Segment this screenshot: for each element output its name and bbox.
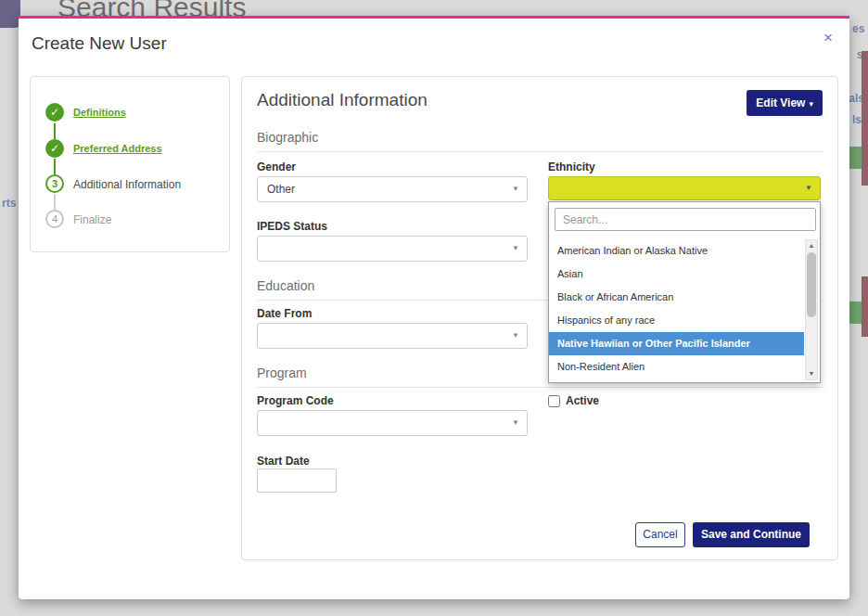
step-number-badge: 4 — [45, 210, 64, 228]
dropdown-option[interactable]: Black or African American — [549, 286, 804, 309]
dropdown-search-input[interactable] — [555, 208, 816, 231]
wizard-stepper: ✓ Definitions ✓ Preferred Address 3 Addi… — [30, 76, 230, 252]
stepper-item-finalize: Finalize — [73, 213, 111, 226]
scrollbar[interactable]: ▲ ▼ — [805, 239, 818, 380]
program-code-select[interactable]: ▼ — [257, 410, 528, 436]
ethnicity-label: Ethnicity — [548, 160, 595, 173]
step-number-badge: 3 — [45, 174, 64, 193]
dropdown-option[interactable]: American Indian or Alaska Native — [549, 239, 804, 263]
chevron-down-icon: ▼ — [512, 411, 519, 435]
gender-value: Other — [267, 183, 295, 196]
stepper-connector — [54, 194, 56, 210]
section-biographic: Biographic — [257, 130, 823, 152]
edit-view-label: Edit View — [756, 96, 805, 109]
active-checkbox[interactable] — [548, 395, 560, 407]
dropdown-option-selected[interactable]: Native Hawiian or Other Pacific Islander — [549, 332, 804, 355]
gender-select[interactable]: Other▼ — [257, 176, 528, 202]
stepper-item-additional-information: Additional Information — [73, 178, 181, 191]
chevron-down-icon: ▼ — [805, 177, 812, 199]
ethnicity-dropdown: American Indian or Alaska Native Asian B… — [548, 201, 821, 383]
stepper-item-definitions[interactable]: Definitions — [73, 107, 126, 118]
active-label: Active — [566, 394, 599, 407]
dropdown-option[interactable]: Asian — [549, 263, 804, 286]
additional-information-panel: Additional Information Edit View▾ Biogra… — [241, 76, 838, 560]
stepper-connector — [54, 123, 56, 139]
step-check-icon: ✓ — [45, 139, 64, 158]
stepper-item-preferred-address[interactable]: Preferred Address — [73, 143, 162, 154]
start-date-label: Start Date — [257, 455, 310, 468]
chevron-down-icon: ▼ — [512, 237, 519, 261]
ipeds-status-select[interactable]: ▼ — [257, 236, 528, 262]
save-and-continue-button[interactable]: Save and Continue — [693, 522, 810, 547]
close-icon[interactable]: × — [823, 30, 833, 45]
scrollbar-thumb[interactable] — [807, 252, 816, 317]
scroll-up-icon[interactable]: ▲ — [806, 240, 817, 251]
scroll-down-icon[interactable]: ▼ — [806, 368, 817, 379]
gender-label: Gender — [257, 160, 296, 173]
modal-title: Create New User — [32, 33, 167, 54]
stepper-connector — [54, 159, 56, 174]
chevron-down-icon: ▼ — [512, 177, 519, 201]
program-code-label: Program Code — [257, 394, 334, 407]
create-new-user-modal: Create New User × ✓ Definitions ✓ Prefer… — [19, 16, 849, 599]
ipeds-status-label: IPEDS Status — [257, 220, 327, 233]
step-check-icon: ✓ — [45, 103, 64, 122]
date-from-select[interactable]: ▼ — [257, 323, 528, 349]
cancel-button[interactable]: Cancel — [635, 522, 685, 547]
dropdown-option[interactable]: Non-Resident Alien — [549, 355, 804, 379]
chevron-down-icon: ▾ — [809, 99, 813, 109]
edit-view-button[interactable]: Edit View▾ — [747, 90, 823, 116]
start-date-input[interactable] — [257, 468, 337, 493]
active-checkbox-row: Active — [548, 394, 599, 407]
panel-title: Additional Information — [257, 90, 428, 110]
chevron-down-icon: ▼ — [512, 324, 519, 348]
dropdown-option-list: American Indian or Alaska Native Asian B… — [549, 239, 804, 380]
date-from-label: Date From — [257, 307, 312, 320]
ethnicity-select[interactable]: ▼ — [548, 176, 821, 200]
dropdown-option[interactable]: Hispanics of any race — [549, 309, 804, 332]
